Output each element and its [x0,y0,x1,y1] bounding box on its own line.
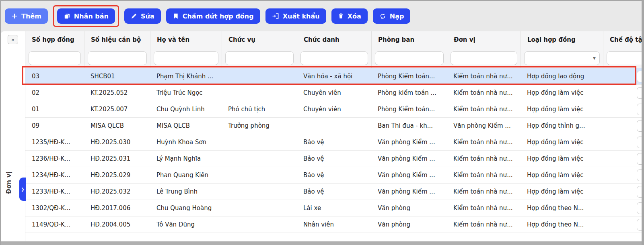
table-cell: MISA QLCB [150,118,222,134]
table-header-row: Số hợp đồngSố hiệu cán bộHọ và tênChức v… [25,31,642,48]
table-cell: Hợp đồng làm việc [521,151,603,167]
button-label: Nạp [390,12,404,20]
column-header[interactable]: Loại hợp đồng [521,31,603,48]
table-cell [222,184,297,200]
table-cell: Kiểm toán nhà nư... [447,68,521,84]
column-header[interactable]: Số hợp đồng [25,31,84,48]
column-header[interactable]: Chức danh [297,31,371,48]
table-cell: 1302/QĐ-K... [25,200,84,216]
table-cell: Nhân viên [297,216,371,233]
xoa-button[interactable]: Xóa [331,8,368,24]
filter-input[interactable] [451,51,517,65]
them-button[interactable]: Thêm [5,8,48,24]
filter-cell [84,48,150,68]
table-cell [603,200,642,216]
che-do-cell-control[interactable] [637,71,642,82]
table-cell: MISA QLCB [84,118,150,134]
table-cell [603,68,642,84]
table-row[interactable]: 1233/HĐ-K...HĐ.2025.032Lê Trung BìnhBảo … [25,184,642,200]
table-cell: Kiểm toán nhà nư... [447,216,521,233]
table-cell: 1235/HĐ-K... [25,134,84,150]
che-do-cell-control[interactable] [637,169,642,181]
table-row[interactable]: 1236/HĐ-K...HĐ.2025.031Lý Mạnh NghĩaBảo … [25,151,642,167]
table-cell: Kiểm toán nhà nư... [447,151,521,167]
table-row[interactable]: 1302/QĐ-K...HĐ.2017.006Chu Quang HoàngLá… [25,200,642,216]
table-cell: Kiểm toán nhà nư... [447,85,521,101]
table-row[interactable]: 09MISA QLCBMISA QLCBTrưởng phòngBan Thi … [25,118,642,134]
che-do-cell-control[interactable] [637,202,642,214]
filter-input[interactable] [375,51,444,65]
table-row[interactable]: 1149/QĐ-K...HĐ.2004.005Tô Văn DũngNhân v… [25,216,642,233]
button-label: Nhân bản [74,12,109,20]
bottom-scrollbar[interactable] [1,241,642,245]
sua-button[interactable]: Sửa [124,8,161,24]
table-cell: HĐ.2025.030 [84,134,150,150]
table-cell: Phòng Kiểm toán... [371,101,447,117]
table-cell [603,151,642,167]
table-cell: Kiểm toán nhà nư... [447,167,521,183]
filter-input[interactable] [154,51,218,65]
button-label: Chấm dứt hợp đồng [183,12,254,20]
filter-cell [371,48,447,68]
column-header[interactable]: Đơn vị [447,31,521,48]
table-cell: Phó chủ tịch [222,101,297,117]
table-cell: Lý Mạnh Nghĩa [150,151,222,167]
xuat-khau-button[interactable]: Xuất khẩu [265,8,326,24]
filter-input[interactable] [29,51,81,65]
table-cell: Hợp đồng theo N... [521,216,603,233]
table-row[interactable]: 02KT.2025.052Triệu Trúc NgọcChuyên viênP… [25,85,642,101]
che-do-cell-control[interactable] [637,87,642,99]
table-row[interactable]: 01KT.2025.007Chu Quỳnh LinhPhó chủ tịchC… [25,101,642,118]
table-cell: Chuyên viên [297,101,371,117]
column-header[interactable]: Họ và tên [150,31,222,48]
table-filter-row: ▼ [25,48,642,68]
nap-button[interactable]: Nạp [373,8,411,24]
table-cell: Kiểm toán nhà nư... [447,184,521,200]
filter-input[interactable] [300,51,368,65]
column-header[interactable]: Phòng ban [371,31,447,48]
che-do-cell-control[interactable] [637,120,642,132]
table-cell: Triệu Trúc Ngọc [150,85,222,101]
filter-cell [297,48,371,68]
table-cell: KT.2025.052 [84,85,150,101]
che-do-cell-control[interactable] [637,104,642,115]
filter-select[interactable] [524,51,600,65]
pencil-icon [131,13,137,19]
column-header[interactable]: Chức vụ [222,31,297,48]
table-cell: HĐ.2025.032 [84,184,150,200]
che-do-cell-control[interactable] [637,186,642,198]
don-vi-tab[interactable]: ❯ [19,178,26,201]
button-label: Sửa [141,12,154,20]
expand-sidebar-button[interactable]: » [8,35,18,44]
table-cell [603,118,642,134]
table-cell: Hợp đồng làm việc [521,134,603,150]
table-cell: HĐ.2025.031 [84,151,150,167]
double-chevron-icon: » [11,37,14,42]
chevron-right-icon: ❯ [21,187,24,192]
filter-cell: ▼ [521,48,603,68]
table-cell [222,167,297,183]
table-body: 03SHCB01Phạm Thị Khánh ...Văn hóa - xã h… [25,68,642,233]
column-header[interactable]: Chế độ tậ [603,31,642,48]
che-do-cell-control[interactable] [637,153,642,165]
plus-icon [11,13,18,19]
che-do-cell-control[interactable] [637,137,642,148]
table-row[interactable]: 03SHCB01Phạm Thị Khánh ...Văn hóa - xã h… [25,68,642,85]
table-cell: 03 [25,68,84,84]
table-cell: Phòng Kiểm toán... [371,68,447,84]
filter-cell [447,48,521,68]
cham-dut-hop-dong-button[interactable]: Chấm dứt hợp đồng [166,8,260,24]
filter-input[interactable] [607,51,642,65]
table-cell: Văn phòng Kiểm ... [371,184,447,200]
table-row[interactable]: 1235/HĐ-K...HĐ.2025.030Huỳnh Khoa SơnBảo… [25,134,642,151]
column-header[interactable]: Số hiệu cán bộ [84,31,150,48]
che-do-cell-control[interactable] [637,219,642,231]
nhan-ban-button[interactable]: Nhân bản [57,8,115,24]
table-cell: HĐ.2017.006 [84,200,150,216]
contracts-table: Số hợp đồngSố hiệu cán bộHọ và tênChức v… [25,31,642,241]
filter-input[interactable] [88,51,147,65]
table-cell [603,216,642,233]
filter-input[interactable] [225,51,294,65]
table-cell: HĐ.2025.029 [84,167,150,183]
table-row[interactable]: 1234/HĐ-K...HĐ.2025.029Phan Quang KiênBả… [25,167,642,184]
